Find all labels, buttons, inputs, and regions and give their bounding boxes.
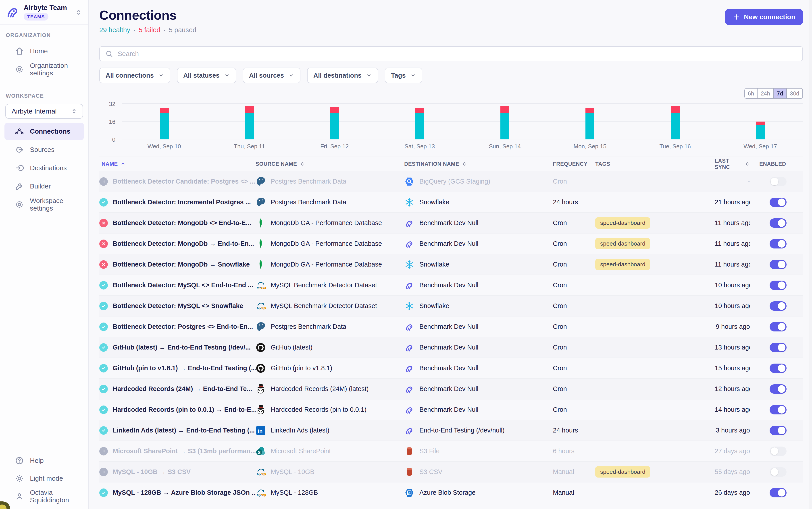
destination-cell: Benchmark Dev Null xyxy=(404,218,553,228)
sidebar-item-light-mode[interactable]: Light mode xyxy=(4,470,84,487)
table-row[interactable]: Microsoft SharePoint → S3 (13mb performa… xyxy=(99,441,803,462)
sidebar-item-connections[interactable]: Connections xyxy=(4,123,84,140)
source-name: Postgres Benchmark Data xyxy=(271,323,346,330)
stacked-bar xyxy=(671,106,680,139)
enabled-toggle[interactable] xyxy=(770,426,786,435)
table-row[interactable]: Bottleneck Detector: MongoDb <> End-to-E… xyxy=(99,213,803,234)
column-header-source-name[interactable]: SOURCE NAME xyxy=(256,161,404,167)
filter-all-connections[interactable]: All connections xyxy=(99,68,170,83)
sidebar-item-help[interactable]: Help xyxy=(4,452,84,469)
table-row[interactable]: Bottleneck Detector: MongoDb → End-to-En… xyxy=(99,234,803,254)
table-row[interactable]: GitHub (latest) → End-to-End Testing (/d… xyxy=(99,337,803,358)
sharepoint-icon: S xyxy=(256,446,266,456)
bar-slot xyxy=(207,104,292,139)
enabled-toggle[interactable] xyxy=(770,488,786,498)
source-cell: Postgres Benchmark Data xyxy=(256,176,404,187)
enabled-toggle[interactable] xyxy=(770,322,786,332)
range-7d[interactable]: 7d xyxy=(773,89,786,98)
devnull-icon xyxy=(404,239,415,249)
filter-all-statuses[interactable]: All statuses xyxy=(177,68,236,83)
enabled-toggle[interactable] xyxy=(770,281,786,290)
summary-healthy: 29 healthy xyxy=(99,26,130,34)
range-6h[interactable]: 6h xyxy=(745,89,757,98)
last-sync-value: 10 hours ago xyxy=(715,281,750,289)
builder-icon xyxy=(15,181,24,191)
range-30d[interactable]: 30d xyxy=(786,89,803,98)
s3-icon xyxy=(404,467,415,477)
chart-bars xyxy=(122,104,803,139)
last-sync-value: 55 days ago xyxy=(715,468,750,476)
destination-name: Benchmark Dev Null xyxy=(419,365,478,372)
filter-tags[interactable]: Tags xyxy=(385,68,422,83)
enabled-toggle[interactable] xyxy=(770,260,786,269)
enabled-toggle[interactable] xyxy=(770,446,786,456)
chevron-updown-icon xyxy=(70,108,78,115)
name-cell: Bottleneck Detector: MongoDb → Snowflake xyxy=(99,260,256,269)
last-sync-value: 10 hours ago xyxy=(715,302,750,310)
sidebar-item-destinations[interactable]: Destinations xyxy=(4,159,84,177)
name-cell: Hardcoded Records (24M) → End-to-End Te.… xyxy=(99,385,256,393)
toggle-knob xyxy=(778,281,785,289)
table-row[interactable]: Hardcoded Records (24M) → End-to-End Te.… xyxy=(99,379,803,400)
sidebar-item-workspace-settings[interactable]: Workspace settings xyxy=(4,196,84,213)
last-sync-cell: 55 days ago xyxy=(715,468,759,476)
enabled-toggle[interactable] xyxy=(770,364,786,373)
enabled-toggle[interactable] xyxy=(770,343,786,352)
enabled-toggle[interactable] xyxy=(770,239,786,248)
y-axis-tick: 32 xyxy=(99,101,116,107)
linkedin-icon: in xyxy=(256,426,266,436)
table-row[interactable]: Hardcoded Records (pin to 0.0.1) → End-t… xyxy=(99,400,803,420)
column-header-last-sync[interactable]: LAST SYNC xyxy=(715,158,759,170)
enabled-toggle[interactable] xyxy=(770,301,786,311)
toggle-knob xyxy=(778,344,785,351)
table-row[interactable]: Bottleneck Detector: MySQL <> End-to-End… xyxy=(99,275,803,296)
column-header-destination-name[interactable]: DESTINATION NAME xyxy=(404,161,553,167)
name-cell: Bottleneck Detector: MongoDb → End-to-En… xyxy=(99,240,256,248)
column-header-name[interactable]: NAME xyxy=(99,161,256,167)
status-success-icon xyxy=(99,281,108,290)
table-row[interactable]: Bottleneck Detector: MongoDb → Snowflake… xyxy=(99,254,803,275)
home-icon xyxy=(15,46,24,56)
table-row[interactable]: Bottleneck Detector: Postgres <> End-to-… xyxy=(99,316,803,337)
snowflake-icon xyxy=(404,197,415,207)
filter-all-sources[interactable]: All sources xyxy=(243,68,300,83)
table-body: Bottleneck Detector Candidate: Postgres … xyxy=(99,171,803,503)
organization-section-label: ORGANIZATION xyxy=(0,25,88,41)
workspace-selector[interactable]: Airbyte Internal xyxy=(5,104,83,118)
column-header-frequency: FREQUENCY xyxy=(553,161,595,167)
enabled-cell xyxy=(759,239,803,248)
sidebar-item-sources[interactable]: Sources xyxy=(4,141,84,158)
sidebar-item-builder[interactable]: Builder xyxy=(4,177,84,195)
source-name: Postgres Benchmark Data xyxy=(271,178,346,185)
mysql-icon: MySQL xyxy=(256,467,266,477)
y-axis-tick: 0 xyxy=(99,136,116,143)
enabled-toggle[interactable] xyxy=(770,177,786,186)
table-row[interactable]: MySQL - 128GB → Azure Blob Storage JSOn … xyxy=(99,482,803,503)
enabled-toggle[interactable] xyxy=(770,218,786,228)
x-axis-label: Wed, Sep 17 xyxy=(718,143,803,150)
frequency-value: 6 hours xyxy=(553,447,575,455)
table-row[interactable]: LinkedIn Ads (latest) → End-to-End Testi… xyxy=(99,420,803,441)
enabled-toggle[interactable] xyxy=(770,405,786,414)
new-connection-button[interactable]: New connection xyxy=(725,9,803,25)
enabled-toggle[interactable] xyxy=(770,384,786,394)
enabled-toggle[interactable] xyxy=(770,467,786,477)
enabled-toggle[interactable] xyxy=(770,198,786,207)
table-row[interactable]: GitHub (pin to v1.8.1) → End-to-End Test… xyxy=(99,358,803,379)
search-input[interactable] xyxy=(118,50,797,58)
filter-all-destinations[interactable]: All destinations xyxy=(307,68,378,83)
scrollbar[interactable] xyxy=(809,0,812,509)
sidebar-item-octavia-squiddington[interactable]: Octavia Squiddington xyxy=(4,488,84,505)
connection-name: Bottleneck Detector: MySQL <> Snowflake xyxy=(113,302,248,310)
failed-bar-segment xyxy=(500,106,509,113)
table-row[interactable]: Bottleneck Detector: MySQL <> SnowflakeM… xyxy=(99,296,803,316)
status-failed-icon xyxy=(99,260,108,269)
table-row[interactable]: Bottleneck Detector: Incremental Postgre… xyxy=(99,192,803,213)
source-name: MySQL Benchmark Detector Dataset xyxy=(271,302,377,310)
sidebar-item-home[interactable]: Home xyxy=(4,42,84,60)
org-switcher[interactable]: Airbyte Team TEAMS xyxy=(0,0,88,24)
table-row[interactable]: MySQL - 10GB → S3 CSVMySQLMySQL - 10GBS3… xyxy=(99,462,803,482)
table-row[interactable]: Bottleneck Detector Candidate: Postgres … xyxy=(99,171,803,192)
sidebar-item-organization-settings[interactable]: Organization settings xyxy=(4,61,84,78)
range-24h[interactable]: 24h xyxy=(757,89,773,98)
